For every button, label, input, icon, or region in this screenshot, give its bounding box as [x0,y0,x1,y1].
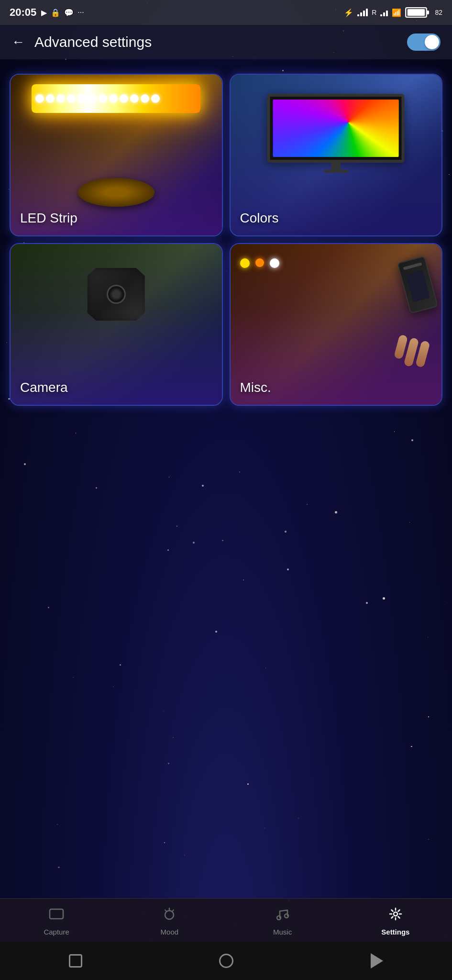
colors-card[interactable]: Colors [230,74,443,236]
misc-label: Misc. [240,380,271,395]
led-dot [67,94,76,103]
misc-phone-visual [403,258,432,311]
led-roll-visual [78,178,154,207]
signal-bar-1 [357,14,359,16]
camera-lens [107,285,126,304]
header: ← Advanced settings [0,25,452,59]
signal-strength-2-icon [380,9,388,16]
monitor-visual [267,94,405,173]
status-bar-left: 20:05 ▶ 🔒 💬 ··· [10,6,84,19]
bottom-navigation: Capture Mood Music [0,898,452,942]
mood-label: Mood [161,928,179,936]
monitor-base [324,170,348,173]
r-icon: R [372,9,376,16]
light-3 [270,258,279,268]
svg-rect-0 [50,909,63,919]
signal-bar2-2 [383,12,385,16]
svg-line-4 [172,910,174,912]
svg-point-1 [165,911,174,919]
camera-card[interactable]: Camera [10,243,223,406]
home-icon [219,954,233,968]
battery-icon [405,7,427,18]
nav-capture[interactable]: Capture [37,906,76,936]
led-dot [56,94,65,103]
signal-bar-2 [360,12,362,16]
phone-screen [406,270,430,302]
toggle-knob [425,35,439,49]
svg-line-3 [165,910,166,912]
wifi-icon: 📶 [392,8,401,17]
led-dot [46,94,55,103]
battery-percent: 82 [435,9,442,16]
settings-label: Settings [381,928,409,936]
battery-fill [408,9,425,16]
led-strip-label: LED Strip [20,211,77,226]
dots-icon: ··· [77,8,84,17]
home-button[interactable] [218,952,235,969]
camera-label: Camera [20,380,68,395]
svg-point-5 [277,916,281,920]
music-label: Music [273,928,292,936]
nav-music[interactable]: Music [264,906,302,936]
colors-label: Colors [240,211,279,226]
light-1 [240,258,250,268]
nav-settings[interactable]: Settings [376,906,415,936]
capture-label: Capture [44,928,69,936]
enable-toggle[interactable] [407,33,441,51]
led-dot [120,94,128,103]
led-strip-visual [11,84,222,113]
status-bar-right: ⚡ R 📶 82 [344,7,442,18]
color-swirl [273,100,399,157]
music-icon [275,906,290,925]
status-time: 20:05 [10,6,36,19]
back-nav-button[interactable] [368,952,386,969]
nav-mood[interactable]: Mood [150,906,188,936]
vpn-icon: 🔒 [51,8,60,17]
bluetooth-icon: ⚡ [344,8,353,17]
led-dot [88,94,97,103]
back-nav-icon [371,953,383,969]
settings-grid: LED Strip Colors Camera [0,64,452,415]
led-strip-image [32,84,200,113]
led-dots-row [32,84,200,113]
led-dot [130,94,139,103]
recent-apps-icon [69,954,82,968]
page-title: Advanced settings [34,34,152,50]
mood-icon [162,906,177,925]
led-dot [151,94,160,103]
led-strip-card[interactable]: LED Strip [10,74,223,236]
misc-card[interactable]: Misc. [230,243,443,406]
status-app-icons: ▶ 🔒 💬 ··· [41,8,84,17]
led-dot [35,94,44,103]
svg-point-7 [394,912,397,916]
youtube-icon: ▶ [41,8,47,17]
header-left: ← Advanced settings [11,34,152,50]
monitor-stand [331,163,341,170]
phone-speaker [403,262,422,270]
led-dot [99,94,107,103]
recent-apps-button[interactable] [67,952,84,969]
monitor-frame [267,94,405,163]
led-dot [141,94,149,103]
signal-bar-3 [363,11,365,16]
signal-bar2-3 [386,11,388,16]
led-dot [77,94,86,103]
capture-icon [49,906,64,925]
status-bar: 20:05 ▶ 🔒 💬 ··· ⚡ R 📶 82 [0,0,452,25]
signal-strength-icon [357,9,368,16]
signal-bar2-1 [380,14,382,16]
light-2 [255,258,264,267]
led-dot [109,94,118,103]
monitor-screen [273,100,399,157]
battery-nub [427,11,429,14]
system-nav-bar [0,942,452,980]
hand-phone [403,258,432,311]
camera-body [88,268,145,321]
signal-bar-4 [366,9,368,16]
misc-lights-visual [240,258,279,268]
camera-visual [88,268,145,321]
settings-icon [388,906,403,925]
back-button[interactable]: ← [11,34,25,50]
whatsapp-icon: 💬 [64,8,74,17]
svg-point-6 [285,914,288,918]
